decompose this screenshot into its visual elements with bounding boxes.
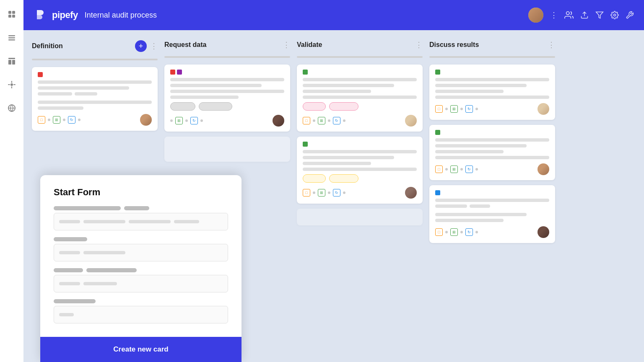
card-icon-1[interactable]: □ [435, 228, 443, 236]
column-more-validate[interactable]: ⋮ [415, 40, 423, 49]
card-icon-2[interactable]: ⊞ [53, 116, 60, 124]
card-dis-3: □ ⊞ ↻ [429, 185, 555, 243]
column-add-button-definition[interactable]: + [135, 40, 147, 52]
card-def-1: □ ⊞ ↻ [32, 67, 158, 131]
sidebar-item-automation[interactable] [4, 77, 19, 92]
card-footer: □ ⊞ ↻ [303, 115, 417, 127]
filter-icon[interactable] [595, 11, 604, 19]
user-avatar[interactable] [528, 8, 543, 23]
card-val-2: □ ⊞ ↻ [297, 137, 423, 204]
card-avatar [538, 103, 549, 115]
form-input-3[interactable] [54, 275, 228, 292]
card-icon-3[interactable]: ↻ [465, 228, 473, 236]
card-icon-1[interactable]: □ [38, 116, 45, 124]
column-header-validate: Validate ⋮ [297, 40, 423, 49]
settings-icon[interactable] [610, 11, 619, 19]
card-icon-1[interactable]: □ [435, 105, 443, 113]
card-icon-3[interactable]: ↻ [68, 116, 75, 124]
svg-rect-1 [12, 11, 15, 14]
app-name: pipefy [52, 10, 78, 21]
column-more-request-data[interactable]: ⋮ [283, 40, 290, 49]
start-form-modal: Start Form [40, 175, 242, 362]
card-footer: □ ⊞ ↻ [38, 114, 152, 126]
card-avatar [140, 114, 152, 126]
svg-rect-7 [8, 58, 15, 59]
badge-yellow-1 [303, 174, 326, 183]
form-input-1[interactable] [54, 213, 228, 230]
badge-2 [199, 102, 232, 111]
card-req-ghost [164, 137, 290, 162]
card-icon-2[interactable]: ⊞ [318, 117, 325, 124]
more-menu-icon[interactable]: ⋮ [550, 10, 558, 20]
sidebar-item-board[interactable] [4, 7, 19, 22]
svg-marker-15 [596, 12, 603, 18]
form-label-1 [54, 206, 228, 210]
card-avatar [538, 163, 549, 175]
card-req-1: ⊞ ↻ [164, 65, 290, 132]
card-icon-1[interactable]: □ [435, 165, 443, 173]
svg-rect-9 [12, 60, 15, 65]
card-icon-2[interactable]: ↻ [190, 117, 198, 124]
column-discuss-results: Discuss results ⋮ □ ⊞ [429, 40, 555, 352]
pipefy-logo-icon [34, 8, 47, 22]
card-icon-1[interactable]: ⊞ [175, 117, 183, 124]
column-validate: Validate ⋮ □ [297, 40, 423, 352]
card-icon-2[interactable]: ⊞ [318, 189, 325, 197]
sidebar-item-table[interactable] [4, 54, 19, 69]
svg-rect-8 [8, 60, 11, 65]
card-icon-3[interactable]: ↻ [465, 165, 473, 173]
card-icon-2[interactable]: ⊞ [450, 165, 458, 173]
column-line-definition [32, 59, 158, 60]
form-label-2 [54, 237, 228, 241]
card-icon-2[interactable]: ⊞ [450, 105, 458, 113]
card-footer: □ ⊞ ↻ [303, 187, 417, 199]
column-line-discuss [429, 56, 555, 58]
tag-green [303, 142, 308, 147]
form-field-4 [54, 299, 228, 323]
card-dis-1: □ ⊞ ↻ [429, 65, 555, 120]
form-input-2[interactable] [54, 244, 228, 261]
card-footer: ⊞ ↻ [170, 115, 284, 127]
svg-rect-2 [8, 15, 11, 18]
wrench-icon[interactable] [626, 11, 634, 19]
card-icon-1[interactable]: □ [303, 117, 310, 124]
form-body: Start Form [40, 175, 242, 337]
card-icon-2[interactable]: ⊞ [450, 228, 458, 236]
header: pipefy Internal audit process ⋮ [23, 0, 644, 30]
sidebar-item-globe[interactable] [4, 101, 19, 116]
badge-yellow-2 [329, 174, 358, 183]
card-icon-3[interactable]: ↻ [465, 105, 473, 113]
column-more-discuss[interactable]: ⋮ [548, 40, 555, 49]
board: Definition + ⋮ □ [23, 30, 644, 362]
sidebar-item-list[interactable] [4, 30, 19, 45]
card-footer: □ ⊞ ↻ [435, 226, 549, 238]
card-avatar [538, 226, 549, 238]
tag-green [303, 70, 308, 75]
create-new-card-button[interactable]: Create new card [40, 337, 242, 362]
column-line-validate [297, 56, 423, 58]
card-icon-3[interactable]: ↻ [333, 189, 340, 197]
form-field-2 [54, 237, 228, 261]
header-actions: ⋮ [528, 8, 634, 23]
pipe-name: Internal audit process [85, 11, 157, 20]
people-icon[interactable] [564, 10, 574, 20]
column-header-discuss: Discuss results ⋮ [429, 40, 555, 49]
tag-red [170, 70, 175, 75]
form-field-1 [54, 206, 228, 230]
card-val-1: □ ⊞ ↻ [297, 65, 423, 132]
column-line-request-data [164, 56, 290, 58]
card-avatar [273, 115, 284, 127]
tag-purple [177, 70, 182, 75]
card-dis-2: □ ⊞ ↻ [429, 125, 555, 180]
tag-green [435, 130, 440, 135]
column-title-validate: Validate [297, 41, 412, 49]
svg-point-13 [566, 12, 569, 15]
export-icon[interactable] [580, 11, 589, 19]
main-content: pipefy Internal audit process ⋮ Definiti… [23, 0, 644, 362]
svg-rect-0 [8, 11, 11, 14]
form-input-4[interactable] [54, 306, 228, 323]
card-icon-3[interactable]: ↻ [333, 117, 340, 124]
column-more-definition[interactable]: ⋮ [150, 41, 158, 51]
badge-1 [170, 102, 195, 111]
card-icon-1[interactable]: □ [303, 189, 310, 197]
